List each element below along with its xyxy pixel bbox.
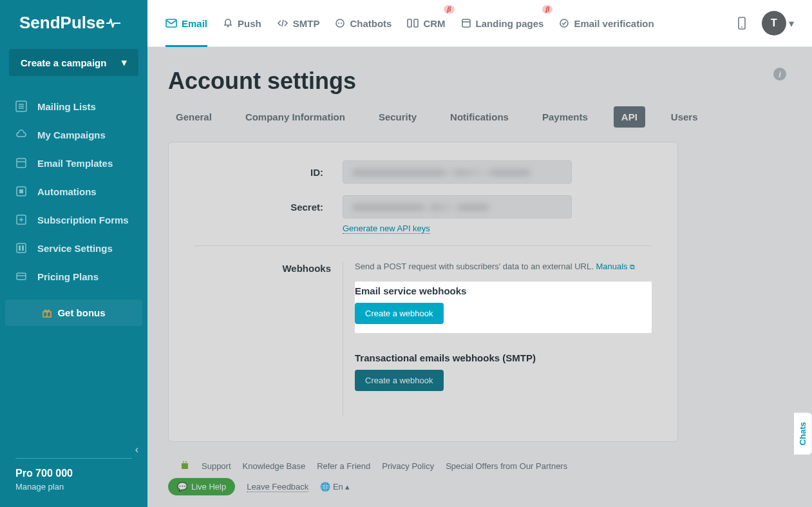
sidebar-item-mailing-lists[interactable]: Mailing Lists [0,92,147,120]
svg-point-21 [338,23,339,24]
android-icon[interactable] [180,460,190,472]
tab-email-verification[interactable]: Email verification [559,0,654,46]
webhooks-desc-text: Send a POST request with subscribers' da… [355,262,594,271]
create-email-webhook-button[interactable]: Create a webhook [355,303,444,324]
globe-icon: 🌐 [320,482,330,492]
svg-rect-23 [408,19,411,27]
email-webhooks-block: Email service webhooks Create a webhook [355,282,652,333]
footer-link-privacy[interactable]: Privacy Policy [382,461,434,471]
tab-email[interactable]: Email [165,0,207,46]
chat-icon [335,18,345,28]
sidebar-item-label: My Campaigns [37,129,106,140]
manuals-text: Manuals [596,262,627,271]
pricing-icon [15,271,27,282]
sidebar-item-label: Automations [37,186,97,197]
tab-users[interactable]: Users [663,106,706,128]
create-campaign-button[interactable]: Create a campaign ▾ [9,49,138,76]
chevron-down-icon: ▾ [789,17,794,30]
sidebar-item-pricing-plans[interactable]: Pricing Plans [0,262,147,291]
leave-feedback-link[interactable]: Leave Feedback [247,482,308,492]
collapse-sidebar-icon[interactable]: ‹ [135,444,138,455]
tab-chatbots[interactable]: Chatbots [335,0,392,46]
tab-crm[interactable]: CRM β [407,0,445,46]
email-webhooks-heading: Email service webhooks [355,285,644,296]
id-row: ID: [194,160,652,184]
beta-badge: β [444,5,454,14]
webhooks-description: Send a POST request with subscribers' da… [355,262,652,271]
tab-landing-pages[interactable]: Landing pages β [461,0,544,46]
user-menu[interactable]: T ▾ [762,11,794,35]
footer-link-support[interactable]: Support [202,461,231,471]
get-bonus-button[interactable]: Get bonus [5,300,142,326]
info-icon[interactable]: i [773,68,786,81]
language-selector[interactable]: 🌐 En ▴ [320,482,350,492]
svg-rect-30 [182,463,188,469]
lang-label: En [333,482,343,492]
tab-notifications[interactable]: Notifications [442,106,516,128]
secret-field[interactable] [343,195,572,218]
plan-name: Pro 700 000 [15,468,132,479]
code-icon [277,19,288,28]
tab-security[interactable]: Security [371,106,424,128]
tab-label: Push [238,18,261,29]
crm-icon [407,19,419,28]
sidebar-item-label: Pricing Plans [37,271,99,282]
sidebar-item-my-campaigns[interactable]: My Campaigns [0,120,147,149]
main-content: Account settings General Company Informa… [147,47,812,507]
secret-label: Secret: [194,202,343,213]
topbar-right: T ▾ [737,11,794,35]
id-field[interactable] [343,160,572,184]
tab-label: Chatbots [350,18,392,29]
check-icon [559,18,569,28]
settings-tabs: General Company Information Security Not… [168,106,786,128]
webhooks-section: Webhooks Send a POST request with subscr… [194,262,652,416]
tab-general[interactable]: General [168,106,220,128]
svg-rect-4 [17,158,26,167]
footer-link-kb[interactable]: Knowledge Base [243,461,306,471]
topbar: Email Push SMTP Chatbots CRM β Landing p… [147,0,812,47]
live-help-button[interactable]: 💬 Live Help [168,478,235,495]
sidebar: SendPulse Create a campaign ▾ Mailing Li… [0,0,147,507]
page-title: Account settings [168,68,786,95]
svg-rect-13 [22,245,24,251]
api-card: ID: Secret: Generate new API keys Webhoo… [168,142,678,442]
tab-api[interactable]: API [614,106,645,128]
footer-link-refer[interactable]: Refer a Friend [317,461,370,471]
beta-badge: β [542,5,552,14]
tab-company-info[interactable]: Company Information [238,106,353,128]
sidebar-item-service-settings[interactable]: Service Settings [0,234,147,262]
tab-label: SMTP [293,18,320,29]
automation-icon [15,186,27,197]
brand-logo[interactable]: SendPulse [0,0,147,49]
sidebar-item-subscription-forms[interactable]: Subscription Forms [0,206,147,234]
create-smtp-webhook-button[interactable]: Create a webhook [355,370,444,391]
tab-label: Email [182,18,207,29]
avatar: T [762,11,786,35]
create-campaign-label: Create a campaign [21,57,106,68]
id-label: ID: [194,167,343,178]
svg-rect-12 [19,245,21,251]
chevron-up-icon: ▴ [345,482,350,492]
tab-push[interactable]: Push [223,0,261,46]
sidebar-item-label: Mailing Lists [37,101,96,112]
footer-link-offers[interactable]: Special Offers from Our Partners [446,461,567,471]
bell-icon [223,18,233,28]
tab-payments[interactable]: Payments [534,106,596,128]
manage-plan-link[interactable]: Manage plan [15,482,132,492]
generate-api-keys-link[interactable]: Generate new API keys [343,224,430,234]
manuals-link[interactable]: Manuals⧉ [596,262,634,271]
sidebar-item-email-templates[interactable]: Email Templates [0,149,147,177]
top-tabs: Email Push SMTP Chatbots CRM β Landing p… [165,0,654,46]
svg-point-20 [336,19,344,27]
tab-smtp[interactable]: SMTP [277,0,320,46]
sidebar-item-automations[interactable]: Automations [0,177,147,206]
mobile-icon[interactable] [737,17,746,30]
svg-rect-24 [414,19,418,27]
chats-sidebar-tab[interactable]: Chats [794,412,812,455]
brand-name: SendPulse [19,13,105,33]
svg-rect-14 [17,273,26,280]
footer-links-row: Support Knowledge Base Refer a Friend Pr… [168,460,791,472]
pulse-icon [106,17,120,29]
tab-label: Email verification [574,18,654,29]
webhooks-body: Send a POST request with subscribers' da… [343,262,652,416]
